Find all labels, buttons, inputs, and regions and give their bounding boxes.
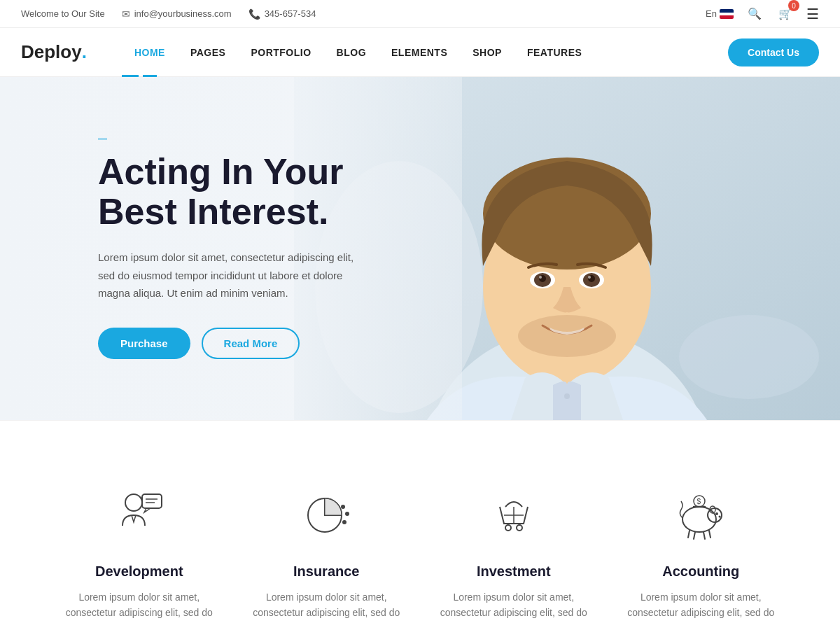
email-item[interactable]: ✉ info@yourbusiness.com bbox=[122, 8, 232, 20]
svg-point-26 bbox=[505, 525, 511, 531]
svg-point-3 bbox=[679, 315, 819, 399]
hamburger-button[interactable]: ☰ bbox=[806, 6, 819, 22]
cart-badge: 0 bbox=[788, 0, 799, 11]
phone-item[interactable]: 📞 345-657-534 bbox=[248, 8, 316, 20]
hero-description: Lorem ipsum dolor sit amet, consectetur … bbox=[98, 248, 364, 302]
feature-development-title: Development bbox=[63, 564, 216, 580]
svg-point-34 bbox=[719, 516, 721, 518]
nav-pages[interactable]: PAGES bbox=[178, 28, 238, 77]
nav-features[interactable]: FEATURES bbox=[514, 28, 594, 77]
feature-development: Development Lorem ipsum dolor sit amet, … bbox=[56, 470, 223, 630]
feature-accounting: $ Accounting Lorem ipsum dolor sit amet,… bbox=[618, 470, 785, 630]
svg-point-17 bbox=[564, 393, 570, 399]
svg-line-38 bbox=[694, 532, 695, 539]
welcome-text: Welcome to Our Site bbox=[21, 8, 105, 19]
language-selector[interactable]: En bbox=[706, 8, 734, 19]
insurance-icon bbox=[295, 484, 358, 547]
feature-investment-title: Investment bbox=[438, 564, 590, 580]
feature-insurance-desc: Lorem ipsum dolor sit amet, consectetur … bbox=[251, 589, 403, 621]
contact-us-button[interactable]: Contact Us bbox=[728, 38, 819, 66]
phone-icon: 📞 bbox=[248, 8, 260, 20]
navbar: Deploy. HOME PAGES PORTFOLIO BLOG ELEMEN… bbox=[0, 28, 840, 77]
feature-accounting-desc: Lorem ipsum dolor sit amet, consectetur … bbox=[625, 589, 778, 621]
feature-insurance-title: Insurance bbox=[251, 564, 403, 580]
svg-point-11 bbox=[539, 276, 542, 279]
svg-line-37 bbox=[688, 531, 690, 538]
feature-accounting-title: Accounting bbox=[625, 564, 778, 580]
feature-investment-desc: Lorem ipsum dolor sit amet, consectetur … bbox=[438, 589, 590, 621]
feature-insurance: Insurance Lorem ipsum dolor sit amet, co… bbox=[244, 470, 410, 630]
nav-home[interactable]: HOME bbox=[122, 28, 178, 77]
svg-point-16 bbox=[518, 315, 616, 357]
nav-elements[interactable]: ELEMENTS bbox=[379, 28, 460, 77]
svg-point-30 bbox=[682, 507, 716, 532]
svg-point-23 bbox=[341, 505, 345, 509]
purchase-button[interactable]: Purchase bbox=[98, 328, 190, 359]
cart-wrapper[interactable]: 🛒 0 bbox=[776, 4, 795, 23]
features-section: Development Lorem ipsum dolor sit amet, … bbox=[0, 420, 840, 630]
svg-point-18 bbox=[125, 494, 142, 511]
topbar: Welcome to Our Site ✉ info@yourbusiness.… bbox=[0, 0, 840, 28]
search-button[interactable]: 🔍 bbox=[745, 4, 764, 23]
hero-title: Acting In Your Best Interest. bbox=[98, 152, 364, 232]
logo-dot: . bbox=[82, 41, 87, 63]
svg-point-15 bbox=[588, 276, 591, 279]
feature-investment: Investment Lorem ipsum dolor sit amet, c… bbox=[430, 470, 597, 630]
svg-point-25 bbox=[342, 520, 346, 524]
svg-point-24 bbox=[345, 512, 349, 516]
flag-icon bbox=[720, 9, 734, 19]
hero-tagline bbox=[98, 133, 364, 144]
svg-rect-19 bbox=[142, 494, 162, 508]
hero-content: Acting In Your Best Interest. Lorem ipsu… bbox=[0, 77, 392, 387]
svg-text:$: $ bbox=[697, 498, 701, 505]
site-logo[interactable]: Deploy. bbox=[21, 41, 87, 63]
nav-shop[interactable]: SHOP bbox=[460, 28, 514, 77]
svg-point-33 bbox=[715, 512, 718, 515]
development-icon bbox=[108, 484, 171, 547]
svg-line-40 bbox=[709, 531, 710, 538]
feature-development-desc: Lorem ipsum dolor sit amet, consectetur … bbox=[63, 589, 216, 621]
svg-point-27 bbox=[517, 525, 522, 531]
hero-section: Acting In Your Best Interest. Lorem ipsu… bbox=[0, 77, 840, 420]
nav-blog[interactable]: BLOG bbox=[324, 28, 379, 77]
nav-portfolio[interactable]: PORTFOLIO bbox=[238, 28, 323, 77]
accounting-icon: $ bbox=[669, 484, 732, 547]
svg-line-39 bbox=[704, 532, 705, 539]
hero-buttons: Purchase Read More bbox=[98, 328, 364, 359]
email-icon: ✉ bbox=[122, 8, 130, 20]
read-more-button[interactable]: Read More bbox=[202, 328, 300, 359]
investment-icon bbox=[482, 484, 545, 547]
nav-links: HOME PAGES PORTFOLIO BLOG ELEMENTS SHOP … bbox=[122, 28, 728, 77]
